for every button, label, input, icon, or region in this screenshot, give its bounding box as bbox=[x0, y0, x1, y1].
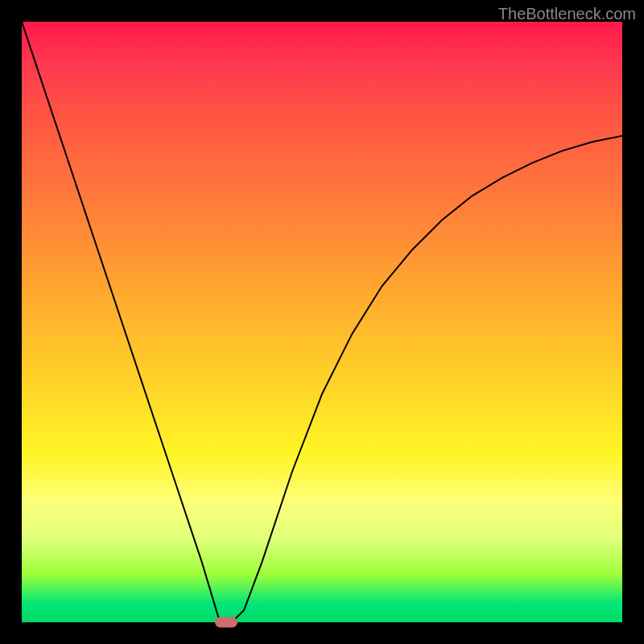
plot-area bbox=[22, 22, 622, 622]
watermark-text: TheBottleneck.com bbox=[498, 5, 636, 23]
bottleneck-curve bbox=[22, 22, 622, 622]
chart-container: TheBottleneck.com bbox=[0, 0, 644, 644]
minimum-marker bbox=[215, 617, 237, 628]
